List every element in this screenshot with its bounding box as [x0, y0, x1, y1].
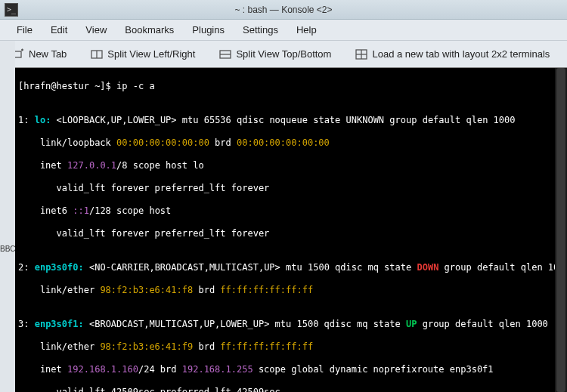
iface-header: 3: enp3s0f1: <BROADCAST,MULTICAST,UP,LOW… [18, 319, 564, 330]
window-titlebar: >_ ~ : bash — Konsole <2> [0, 0, 567, 20]
scroll-thumb[interactable] [556, 68, 565, 392]
menu-bookmarks[interactable]: Bookmarks [116, 21, 183, 39]
inet-line: inet 127.0.0.1/8 scope host lo [18, 160, 564, 171]
link-line: link/ether 98:f2:b3:e6:41:f8 brd ff:ff:f… [18, 285, 564, 296]
command-text: ip -c a [116, 81, 155, 91]
load-layout-label: Load a new tab with layout 2x2 terminals [372, 48, 550, 60]
new-tab-button[interactable]: New Tab [6, 45, 73, 63]
split-lr-icon [91, 48, 103, 60]
new-tab-label: New Tab [29, 48, 67, 60]
menubar: File Edit View Bookmarks Plugins Setting… [0, 20, 567, 41]
grid-2x2-icon [355, 48, 367, 60]
link-line: link/ether 98:f2:b3:e6:41:f9 brd ff:ff:f… [18, 341, 564, 353]
split-tb-icon [219, 48, 231, 60]
valid-line: valid_lft forever preferred_lft forever [18, 183, 564, 194]
menu-edit[interactable]: Edit [42, 21, 76, 39]
app-icon: >_ [5, 3, 18, 17]
split-lr-button[interactable]: Split View Left/Right [85, 45, 201, 63]
link-line: link/loopback 00:00:00:00:00:00 brd 00:0… [18, 137, 564, 149]
inet6-line: inet6 ::1/128 scope host [18, 205, 564, 217]
menu-view[interactable]: View [76, 21, 116, 39]
load-layout-button[interactable]: Load a new tab with layout 2x2 terminals [349, 45, 556, 63]
valid-line: valid_lft 42509sec preferred_lft 42509se… [18, 387, 564, 392]
menu-help[interactable]: Help [287, 21, 326, 39]
terminal-view[interactable]: [hrafn@hestur ~]$ ip -c a 1: lo: <LOOPBA… [15, 68, 567, 392]
menu-plugins[interactable]: Plugins [183, 21, 234, 39]
valid-line: valid_lft forever preferred_lft forever [18, 228, 564, 239]
split-tb-button[interactable]: Split View Top/Bottom [213, 45, 337, 63]
toolbar: New Tab Split View Left/Right Split View… [0, 41, 567, 68]
split-tb-label: Split View Top/Bottom [236, 48, 331, 60]
iface-header: 2: enp3s0f0: <NO-CARRIER,BROADCAST,MULTI… [18, 262, 564, 273]
background-window-fragment: BBC [0, 41, 15, 392]
prompt: [hrafn@hestur ~]$ [18, 81, 111, 91]
menu-settings[interactable]: Settings [234, 21, 287, 39]
terminal-scrollbar[interactable] [555, 68, 567, 392]
split-lr-label: Split View Left/Right [107, 48, 195, 60]
iface-header: 1: lo: <LOOPBACK,UP,LOWER_UP> mtu 65536 … [18, 115, 564, 126]
window-title: ~ : bash — Konsole <2> [0, 5, 567, 15]
inet-line: inet 192.168.1.160/24 brd 192.168.1.255 … [18, 364, 564, 375]
menu-file[interactable]: File [8, 21, 42, 39]
